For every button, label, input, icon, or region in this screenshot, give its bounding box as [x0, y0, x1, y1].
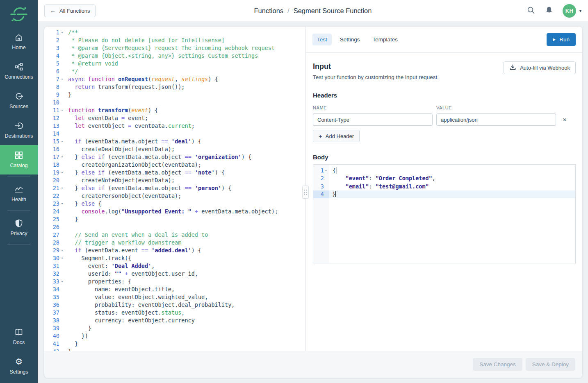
plus-icon: +	[319, 133, 322, 140]
shield-icon	[14, 219, 23, 228]
fold-slot	[59, 145, 65, 153]
sidebar-item-destinations[interactable]: Destinations	[0, 116, 38, 145]
sidebar-divider	[7, 211, 30, 211]
code-line: 30▾ Segment.track({	[44, 254, 305, 262]
code-line: 18 createOrganizationObject(eventData);	[44, 161, 305, 169]
fold-toggle-icon[interactable]: ▾	[59, 200, 65, 208]
account-menu[interactable]: KH ▾	[563, 4, 581, 18]
test-panel-content: Input Test your function by customizing …	[306, 53, 582, 351]
code-line: 8 return transform(request.json());	[44, 83, 305, 91]
sidebar-item-settings[interactable]: ⚙ Settings	[0, 351, 38, 383]
fold-toggle-icon[interactable]: ▾	[59, 107, 65, 114]
sidebar-item-connections[interactable]: Connections	[0, 57, 38, 86]
fold-slot	[59, 231, 65, 239]
health-icon	[14, 185, 23, 194]
main-area: ← All Functions Functions / Segment Sour…	[38, 0, 588, 383]
code-line: 25 }	[44, 215, 305, 223]
header-value-input[interactable]	[436, 113, 556, 126]
fold-toggle-icon[interactable]: ▾	[59, 138, 65, 145]
panel-resize-divider[interactable]	[305, 27, 306, 351]
fold-slot	[59, 340, 65, 348]
code-line: 3 "email": "test@gmail.com"	[313, 183, 575, 190]
all-functions-button[interactable]: ← All Functions	[44, 5, 96, 17]
remove-header-button[interactable]: ×	[561, 116, 568, 123]
code-line: 31 event: 'Deal Added',	[44, 262, 305, 270]
sidebar-item-privacy[interactable]: Privacy	[0, 213, 38, 242]
breadcrumb-functions[interactable]: Functions	[254, 7, 284, 15]
code-line: 34 name: eventObject.title,	[44, 286, 305, 293]
close-icon: ×	[563, 116, 567, 124]
autofill-webhook-button[interactable]: Auto-fill via Webhook	[504, 61, 576, 74]
tab-test[interactable]: Test	[312, 34, 332, 45]
sidebar-item-label: Privacy	[11, 231, 27, 236]
editor-workspace: 1▾/**2 * Please do not delete [used for …	[44, 27, 582, 351]
gear-icon: ⚙	[15, 357, 23, 366]
sidebar-item-catalog[interactable]: Catalog	[0, 145, 38, 175]
fold-toggle-icon[interactable]: ▾	[324, 167, 328, 175]
home-icon	[14, 33, 23, 42]
code-line: 9}	[44, 91, 305, 99]
save-changes-button[interactable]: Save Changes	[473, 358, 522, 371]
code-line: 26	[44, 223, 305, 231]
search-button[interactable]	[526, 6, 536, 16]
sidebar-divider	[7, 177, 30, 177]
test-panel: Test Settings Templates Run Input Test	[306, 27, 582, 351]
tab-templates[interactable]: Templates	[368, 34, 403, 45]
fold-slot	[59, 114, 65, 122]
fold-slot	[59, 215, 65, 223]
fold-slot	[59, 270, 65, 278]
code-line: 41 }	[44, 340, 305, 348]
body-json-editor[interactable]: 1▾{2 "event": "Order Completed",3 "email…	[313, 164, 576, 263]
sidebar-item-sources[interactable]: Sources	[0, 86, 38, 116]
fold-slot	[59, 309, 65, 317]
headers-title: Headers	[313, 92, 576, 99]
fold-toggle-icon[interactable]: ▾	[59, 29, 65, 36]
tab-settings[interactable]: Settings	[335, 34, 365, 45]
fold-slot	[59, 99, 65, 107]
code-line: 14	[44, 130, 305, 138]
sidebar-item-docs[interactable]: Docs	[0, 322, 38, 351]
panel-tabbar: Test Settings Templates Run	[306, 27, 582, 53]
fold-toggle-icon[interactable]: ▾	[59, 75, 65, 83]
code-line: 20 createNoteObject(eventData);	[44, 177, 305, 184]
header-column-labels: NAME VALUE	[313, 105, 576, 110]
chevron-down-icon: ▾	[579, 9, 581, 13]
run-button[interactable]: Run	[547, 33, 576, 46]
fold-slot	[324, 190, 328, 198]
fold-toggle-icon[interactable]: ▾	[59, 278, 65, 286]
segment-logo-icon[interactable]	[10, 6, 27, 25]
code-line: 33▾ properties: {	[44, 278, 305, 286]
add-header-button[interactable]: + Add Header	[313, 130, 360, 142]
fold-slot	[59, 293, 65, 301]
top-header: ← All Functions Functions / Segment Sour…	[38, 0, 588, 21]
breadcrumb-separator: /	[287, 7, 289, 15]
function-code-editor[interactable]: 1▾/**2 * Please do not delete [used for …	[44, 27, 305, 351]
fold-slot	[59, 317, 65, 324]
code-line: 5 * @return void	[44, 60, 305, 68]
avatar[interactable]: KH	[563, 4, 576, 18]
sidebar: Home Connections Sources	[0, 0, 38, 383]
bell-icon	[545, 6, 554, 16]
fold-slot	[59, 262, 65, 270]
fold-slot	[59, 177, 65, 184]
save-deploy-button[interactable]: Save & Deploy	[526, 358, 575, 371]
code-line: 36 probability: eventObject.deal_probabi…	[44, 301, 305, 309]
fold-slot	[59, 286, 65, 293]
fold-toggle-icon[interactable]: ▾	[59, 169, 65, 177]
header-name-input[interactable]	[313, 113, 433, 126]
sidebar-divider	[7, 245, 30, 245]
fold-slot	[59, 223, 65, 231]
drag-handle-icon[interactable]	[302, 186, 309, 199]
fold-toggle-icon[interactable]: ▾	[59, 184, 65, 192]
fold-toggle-icon[interactable]: ▾	[59, 153, 65, 161]
sidebar-item-label: Sources	[9, 104, 28, 109]
fold-toggle-icon[interactable]: ▾	[59, 254, 65, 262]
code-line: 4 * @param {Object.<string, any>} settin…	[44, 52, 305, 60]
sidebar-item-home[interactable]: Home	[0, 27, 38, 57]
all-functions-label: All Functions	[59, 8, 90, 14]
fold-toggle-icon[interactable]: ▾	[59, 247, 65, 254]
notifications-button[interactable]	[545, 6, 554, 16]
code-line: 17▾ } else if (eventData.meta.object == …	[44, 153, 305, 161]
sidebar-item-label: Destinations	[5, 133, 33, 139]
sidebar-item-health[interactable]: Health	[0, 179, 38, 208]
